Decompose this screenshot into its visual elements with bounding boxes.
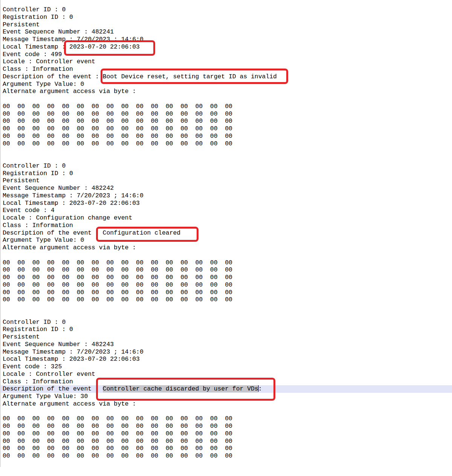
- argument-type-line: Argument Type Value: 0: [0, 81, 452, 88]
- hex-grid: 00 00 00 00 00 00 00 00 00 00 00 00 00 0…: [0, 103, 452, 148]
- local-timestamp-line: Local Timestamp : 2023-07-20 22:06:03: [0, 355, 452, 363]
- description-label: Description of the event :: [3, 73, 103, 80]
- hex-row: 00 00 00 00 00 00 00 00 00 00 00 00 00 0…: [0, 438, 452, 445]
- blank-line: [0, 408, 452, 415]
- hex-row: 00 00 00 00 00 00 00 00 00 00 00 00 00 0…: [0, 125, 452, 133]
- local-timestamp-label: Local Timestamp :: [3, 43, 69, 50]
- class-line: Class : Information: [0, 222, 452, 229]
- locale-line: Locale : Controller event: [0, 58, 452, 66]
- hex-row: 00 00 00 00 00 00 00 00 00 00 00 00 00 0…: [0, 445, 452, 452]
- event-block-3: Controller ID : 0 Registration ID : 0 Pe…: [0, 319, 452, 460]
- event-block-2: Controller ID : 0 Registration ID : 0 Pe…: [0, 162, 452, 319]
- controller-id-line: Controller ID : 0: [0, 319, 452, 326]
- description-label: Description of the event :: [3, 229, 103, 236]
- hex-row: 00 00 00 00 00 00 00 00 00 00 00 00 00 0…: [0, 296, 452, 304]
- controller-id-line: Controller ID : 0: [0, 6, 452, 14]
- sequence-line: Event Sequence Number : 482241: [0, 28, 452, 36]
- local-timestamp-label: Local Timestamp :: [3, 200, 69, 207]
- description-line-selected[interactable]: Description of the event : Controller ca…: [0, 385, 452, 393]
- local-timestamp-line: Local Timestamp : 2023-07-20 22:06:03: [0, 43, 452, 51]
- left-edge-line: [0, 0, 1, 467]
- argument-type-line: Argument Type Value: 30: [0, 393, 452, 400]
- description-line: Description of the event : Boot Device r…: [0, 73, 452, 81]
- message-timestamp-line: Message Timestamp : 7/20/2023 ; 14:6:0: [0, 36, 452, 43]
- controller-id-line: Controller ID : 0: [0, 162, 452, 170]
- hex-row: 00 00 00 00 00 00 00 00 00 00 00 00 00 0…: [0, 266, 452, 274]
- hex-row: 00 00 00 00 00 00 00 00 00 00 00 00 00 0…: [0, 103, 452, 110]
- event-block-1: Controller ID : 0 Registration ID : 0 Pe…: [0, 6, 452, 162]
- registration-id-line: Registration ID : 0: [0, 14, 452, 21]
- description-label: Description of the event :: [3, 385, 103, 392]
- blank-line: [0, 147, 452, 155]
- hex-row: 00 00 00 00 00 00 00 00 00 00 00 00 00 0…: [0, 452, 452, 460]
- alternate-argument-line: Alternate argument access via byte :: [0, 88, 452, 95]
- alternate-argument-line: Alternate argument access via byte :: [0, 400, 452, 408]
- hex-row: 00 00 00 00 00 00 00 00 00 00 00 00 00 0…: [0, 259, 452, 267]
- hex-row: 00 00 00 00 00 00 00 00 00 00 00 00 00 0…: [0, 415, 452, 423]
- message-timestamp-line: Message Timestamp : 7/20/2023 ; 14:6:0: [0, 348, 452, 356]
- alternate-argument-line: Alternate argument access via byte :: [0, 244, 452, 252]
- locale-line: Locale : Configuration change event: [0, 214, 452, 222]
- local-timestamp-value: 2023-07-20 22:06:03: [69, 200, 140, 207]
- hex-row: 00 00 00 00 00 00 00 00 00 00 00 00 00 0…: [0, 110, 452, 118]
- local-timestamp-value: 2023-07-20 22:06:03: [69, 355, 140, 363]
- hex-row: 00 00 00 00 00 00 00 00 00 00 00 00 00 0…: [0, 289, 452, 296]
- hex-row: 00 00 00 00 00 00 00 00 00 00 00 00 00 0…: [0, 423, 452, 430]
- registration-id-line: Registration ID : 0: [0, 170, 452, 177]
- blank-line: [0, 155, 452, 162]
- description-suffix: :: [258, 385, 262, 392]
- locale-line: Locale : Controller event: [0, 371, 452, 378]
- hex-row: 00 00 00 00 00 00 00 00 00 00 00 00 00 0…: [0, 430, 452, 438]
- local-timestamp-line: Local Timestamp : 2023-07-20 22:06:03: [0, 200, 452, 207]
- hex-row: 00 00 00 00 00 00 00 00 00 00 00 00 00 0…: [0, 140, 452, 148]
- hex-row: 00 00 00 00 00 00 00 00 00 00 00 00 00 0…: [0, 133, 452, 140]
- local-timestamp-label: Local Timestamp :: [3, 355, 69, 363]
- blank-line: [0, 304, 452, 311]
- blank-line: [0, 311, 452, 319]
- description-value: Configuration cleared: [103, 229, 181, 236]
- argument-type-line: Argument Type Value: 0: [0, 236, 452, 244]
- sequence-line: Event Sequence Number : 482243: [0, 341, 452, 348]
- event-code-line: Event code : 325: [0, 363, 452, 371]
- registration-id-line: Registration ID : 0: [0, 326, 452, 333]
- message-timestamp-line: Message Timestamp : 7/20/2023 ; 14:6:0: [0, 192, 452, 200]
- hex-grid: 00 00 00 00 00 00 00 00 00 00 00 00 00 0…: [0, 259, 452, 304]
- persistent-line: Persistent: [0, 333, 452, 341]
- description-value: Boot Device reset, setting target ID as …: [103, 73, 277, 80]
- description-line: Description of the event : Configuration…: [0, 229, 452, 237]
- persistent-line: Persistent: [0, 21, 452, 29]
- sequence-line: Event Sequence Number : 482242: [0, 185, 452, 192]
- event-log-viewer[interactable]: Controller ID : 0 Registration ID : 0 Pe…: [0, 0, 452, 476]
- class-line: Class : Information: [0, 66, 452, 73]
- event-code-line: Event code : 499: [0, 51, 452, 58]
- hex-row: 00 00 00 00 00 00 00 00 00 00 00 00 00 0…: [0, 274, 452, 281]
- blank-line: [0, 252, 452, 259]
- hex-grid: 00 00 00 00 00 00 00 00 00 00 00 00 00 0…: [0, 415, 452, 460]
- blank-line: [0, 95, 452, 103]
- class-line: Class : Information: [0, 378, 452, 386]
- hex-row: 00 00 00 00 00 00 00 00 00 00 00 00 00 0…: [0, 117, 452, 125]
- hex-row: 00 00 00 00 00 00 00 00 00 00 00 00 00 0…: [0, 281, 452, 289]
- selected-description-text: Controller cache discarded by user for V…: [103, 385, 258, 392]
- event-code-line: Event code : 4: [0, 207, 452, 214]
- local-timestamp-value: 2023-07-20 22:06:03: [69, 43, 140, 50]
- persistent-line: Persistent: [0, 177, 452, 185]
